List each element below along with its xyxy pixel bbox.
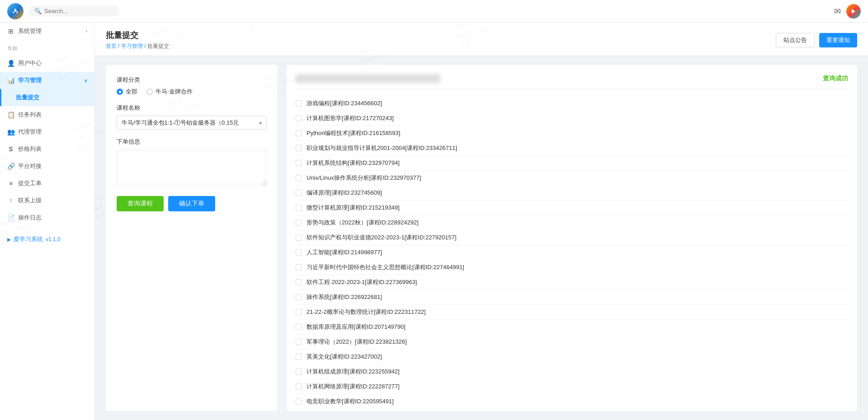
- site-notice-button[interactable]: 站点公告: [776, 33, 815, 47]
- course-checkbox[interactable]: [296, 294, 302, 300]
- email-icon[interactable]: ✉: [834, 6, 841, 16]
- results-panel: 查询成功 游戏编程[课程ID:234456602] 计算机图形学[课程ID:21…: [287, 65, 857, 411]
- course-name-group: 课程名称 牛马/学习通全包1:1-①号铂金服务器（0.15元 ▾: [117, 104, 267, 130]
- course-checkbox[interactable]: [296, 234, 302, 241]
- course-list-item[interactable]: 21-22-2概率论与数理统计[课程ID:222311722]: [296, 305, 848, 320]
- course-checkbox[interactable]: [296, 369, 302, 375]
- course-list-item[interactable]: 操作系统[课程ID:226922681]: [296, 290, 848, 305]
- course-name-select[interactable]: 牛马/学习通全包1:1-①号铂金服务器（0.15元: [117, 116, 267, 130]
- course-checkbox[interactable]: [296, 115, 302, 121]
- radio-partner[interactable]: 牛马·金牌合作: [146, 88, 193, 96]
- course-list-item[interactable]: Unix/Linux操作系统分析[课程ID:232970377]: [296, 171, 848, 186]
- sidebar-item-system-management[interactable]: ⊞ 系统管理 ›: [0, 23, 94, 40]
- course-list-item[interactable]: Python编程技术[课程ID:216158593]: [296, 126, 848, 141]
- course-checkbox[interactable]: [296, 324, 302, 330]
- sidebar-item-label: 联系上级: [18, 196, 42, 205]
- contact-icon: ↑: [7, 197, 14, 204]
- sidebar-item-label: 批量提交: [16, 93, 39, 102]
- course-list-item[interactable]: 形势与政策（2022秋）[课程ID:228924292]: [296, 215, 848, 230]
- course-list-item[interactable]: 计算机系统结构[课程ID:232970794]: [296, 156, 848, 171]
- course-list-item[interactable]: 习近平新时代中国特色社会主义思想概论[课程ID:227464991]: [296, 260, 848, 275]
- course-list-item[interactable]: 计算机网络原理[课程ID:222287277]: [296, 379, 848, 394]
- course-list-item[interactable]: 微型计算机原理[课程ID:215219349]: [296, 201, 848, 215]
- course-name-text: 人工智能[课程ID:214998977]: [307, 248, 382, 257]
- course-list-item[interactable]: 职业规划与就业指导计算机2001-2004[课程ID:233426711]: [296, 141, 848, 156]
- course-list-item[interactable]: 计算机组成原理[课程ID:223255942]: [296, 364, 848, 379]
- breadcrumb: 首页 / 学习管理 / 批量提交: [106, 42, 169, 50]
- platform-icon: 🔗: [7, 163, 14, 170]
- topbar: 🔍 ✉: [0, 0, 868, 23]
- course-checkbox[interactable]: [296, 279, 302, 285]
- course-checkbox[interactable]: [296, 354, 302, 360]
- course-list-item[interactable]: 计算机图形学[课程ID:217270243]: [296, 111, 848, 126]
- course-list-item[interactable]: 英美文化[课程ID:223427002]: [296, 350, 848, 364]
- search-bar[interactable]: 🔍: [29, 6, 119, 16]
- sidebar-item-label: 平台对接: [18, 162, 42, 170]
- course-name-text: 军事理论（2022）[课程ID:223821326]: [307, 338, 407, 346]
- sidebar-item-user-center[interactable]: 👤 用户中心: [0, 55, 94, 72]
- course-list-item[interactable]: 游戏编程[课程ID:234456602]: [296, 96, 848, 111]
- course-list-item[interactable]: 编译原理[课程ID:232745609]: [296, 186, 848, 201]
- course-checkbox[interactable]: [296, 175, 302, 181]
- page-title-block: 批量提交 首页 / 学习管理 / 批量提交: [106, 30, 169, 50]
- course-checkbox[interactable]: [296, 160, 302, 166]
- breadcrumb-home[interactable]: 首页: [106, 43, 117, 49]
- radio-all[interactable]: 全部: [117, 88, 137, 96]
- order-info-textarea[interactable]: [117, 149, 267, 186]
- sidebar-item-contact-superior[interactable]: ↑ 联系上级: [0, 192, 94, 209]
- course-list-item[interactable]: 面向对象程序设计（Java）[课程ID:214005733]: [296, 409, 848, 411]
- course-list-item[interactable]: 人工智能[课程ID:214998977]: [296, 245, 848, 260]
- system-name-label: 爱学习系统: [14, 235, 43, 243]
- results-title-row: 查询成功: [296, 74, 848, 83]
- order-info-label: 下单信息: [117, 138, 267, 146]
- course-checkbox[interactable]: [296, 219, 302, 226]
- course-checkbox[interactable]: [296, 398, 302, 405]
- grid-icon: ⊞: [7, 28, 14, 35]
- course-checkbox[interactable]: [296, 130, 302, 136]
- sidebar-item-learning-management[interactable]: 📊 学习管理 ∨: [0, 72, 94, 89]
- price-icon: S: [7, 145, 14, 153]
- query-course-button[interactable]: 查询课程: [117, 196, 164, 211]
- course-checkbox[interactable]: [296, 249, 302, 256]
- video-button[interactable]: [846, 4, 861, 19]
- course-list-item[interactable]: 军事理论（2022）[课程ID:223821326]: [296, 335, 848, 350]
- sidebar-item-price-list[interactable]: S 价格列表: [0, 140, 94, 158]
- sidebar-item-label: 价格列表: [18, 145, 42, 153]
- search-input[interactable]: [44, 8, 112, 14]
- sidebar-system-version[interactable]: ▶ 爱学习系统 v1.1.0: [7, 235, 87, 243]
- course-checkbox[interactable]: [296, 205, 302, 211]
- course-name-text: 软件知识产权与职业道德2022-2023-1[课程ID:227920157]: [307, 233, 457, 242]
- sidebar-item-operation-log[interactable]: 📄 操作日志: [0, 209, 94, 226]
- course-list-item[interactable]: 软件工程·2022-2023-1[课程ID:227369963]: [296, 275, 848, 290]
- version-label: v1.1.0: [46, 236, 61, 243]
- sidebar-sub-learning: 批量提交: [0, 89, 94, 106]
- course-checkbox[interactable]: [296, 339, 302, 345]
- important-notice-button[interactable]: 重要通知: [819, 33, 857, 47]
- course-list-item[interactable]: 数据库原理及应用[课程ID:207149790]: [296, 320, 848, 335]
- sidebar-item-label: 用户中心: [18, 59, 42, 67]
- page-title: 批量提交: [106, 30, 169, 41]
- radio-partner-label: 牛马·金牌合作: [156, 88, 193, 96]
- confirm-order-button[interactable]: 确认下单: [168, 196, 215, 211]
- search-icon: 🔍: [34, 8, 42, 14]
- order-info-group: 下单信息: [117, 138, 267, 187]
- course-list-item[interactable]: 电竞职业教学[课程ID:220595491]: [296, 394, 848, 409]
- course-checkbox[interactable]: [296, 309, 302, 315]
- sidebar-item-agent-management[interactable]: 👥 代理管理: [0, 123, 94, 140]
- course-checkbox[interactable]: [296, 100, 302, 107]
- course-checkbox[interactable]: [296, 145, 302, 151]
- course-list-item[interactable]: 软件知识产权与职业道德2022-2023-1[课程ID:227920157]: [296, 230, 848, 245]
- course-category-label: 课程分类: [117, 76, 267, 84]
- svg-point-2: [17, 12, 18, 13]
- chevron-down-icon: ∨: [84, 78, 87, 83]
- breadcrumb-learning[interactable]: 学习管理: [121, 43, 143, 49]
- sidebar-item-platform-connect[interactable]: 🔗 平台对接: [0, 158, 94, 175]
- course-name-select-wrapper: 牛马/学习通全包1:1-①号铂金服务器（0.15元 ▾: [117, 116, 267, 130]
- sidebar-item-submit-work[interactable]: ≡ 提交工单: [0, 175, 94, 192]
- sidebar-item-batch-submit[interactable]: 批量提交: [0, 89, 94, 106]
- course-checkbox[interactable]: [296, 264, 302, 271]
- expand-icon: ▶: [7, 237, 11, 243]
- course-checkbox[interactable]: [296, 383, 302, 390]
- course-checkbox[interactable]: [296, 190, 302, 196]
- sidebar-item-task-list[interactable]: 📋 任务列表: [0, 106, 94, 123]
